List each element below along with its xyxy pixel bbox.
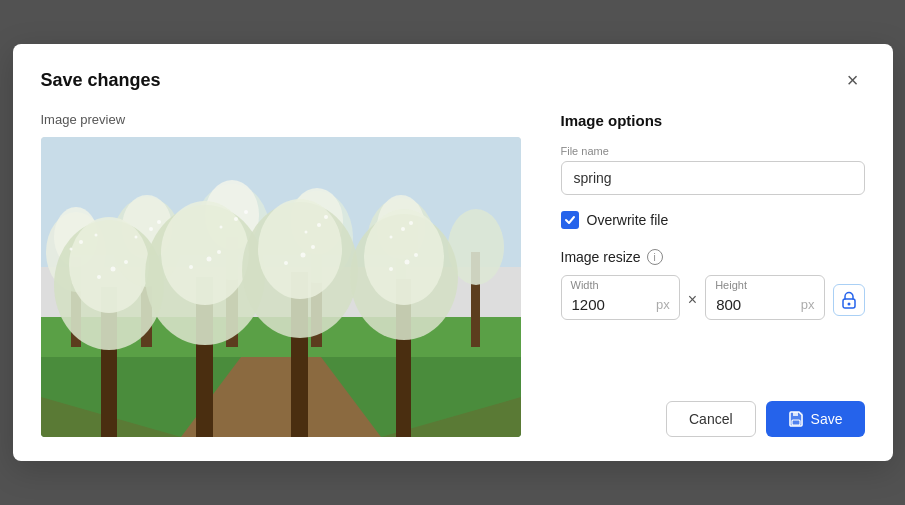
svg-point-44 (317, 223, 321, 227)
save-button[interactable]: Save (766, 401, 865, 437)
svg-point-48 (389, 236, 392, 239)
svg-point-59 (404, 260, 409, 265)
file-name-group: File name (561, 145, 865, 195)
svg-point-61 (414, 253, 418, 257)
svg-point-43 (244, 210, 248, 214)
svg-point-34 (364, 209, 444, 305)
svg-point-47 (401, 227, 405, 231)
width-label: Width (571, 279, 599, 291)
image-preview-label: Image preview (41, 112, 521, 127)
cancel-button[interactable]: Cancel (666, 401, 756, 437)
svg-point-52 (124, 260, 128, 264)
file-name-label: File name (561, 145, 865, 157)
svg-point-25 (69, 217, 149, 313)
svg-point-31 (258, 199, 342, 299)
svg-point-28 (161, 201, 249, 305)
image-resize-section: Image resize i Width px × (561, 249, 865, 320)
svg-point-45 (304, 231, 307, 234)
info-icon[interactable]: i (647, 249, 663, 265)
resize-label-text: Image resize (561, 249, 641, 265)
svg-point-50 (110, 267, 115, 272)
height-label: Height (715, 279, 747, 291)
svg-point-58 (311, 245, 315, 249)
close-button[interactable]: × (841, 68, 865, 92)
dialog-header: Save changes × (41, 68, 865, 92)
file-name-input[interactable] (561, 161, 865, 195)
lock-icon (841, 291, 857, 309)
height-field: Height px (705, 275, 824, 320)
svg-point-49 (409, 221, 413, 225)
overwrite-checkbox[interactable] (561, 211, 579, 229)
save-label: Save (811, 411, 843, 427)
multiply-sign: × (688, 291, 697, 309)
width-field: Width px (561, 275, 680, 320)
svg-point-53 (206, 257, 211, 262)
svg-point-35 (79, 240, 83, 244)
resize-section-label: Image resize i (561, 249, 865, 265)
svg-point-39 (134, 236, 137, 239)
svg-point-60 (389, 267, 393, 271)
svg-point-57 (284, 261, 288, 265)
svg-point-38 (149, 227, 153, 231)
svg-rect-65 (793, 412, 798, 416)
dialog-title: Save changes (41, 70, 161, 91)
left-panel: Image preview (41, 112, 521, 437)
dialog-overlay: Save changes × Image preview (0, 0, 905, 505)
resize-row: Width px × Height px (561, 275, 865, 320)
svg-point-42 (219, 226, 222, 229)
svg-point-37 (69, 248, 72, 251)
svg-point-51 (97, 275, 101, 279)
svg-point-54 (189, 265, 193, 269)
svg-point-36 (94, 234, 97, 237)
preview-image (41, 137, 521, 437)
save-icon (788, 411, 804, 427)
dialog-body: Image preview (41, 112, 865, 437)
options-title: Image options (561, 112, 865, 129)
image-preview (41, 137, 521, 437)
overwrite-row: Overwrite file (561, 211, 865, 229)
checkmark-icon (564, 214, 576, 226)
right-panel: Image options File name Overwrite file (561, 112, 865, 437)
svg-point-40 (157, 220, 161, 224)
svg-point-41 (234, 217, 238, 221)
overwrite-label[interactable]: Overwrite file (587, 212, 669, 228)
svg-point-55 (217, 250, 221, 254)
svg-point-63 (847, 302, 850, 305)
save-changes-dialog: Save changes × Image preview (13, 44, 893, 461)
svg-point-56 (300, 253, 305, 258)
width-unit: px (656, 297, 670, 312)
height-unit: px (801, 297, 815, 312)
lock-aspect-ratio-button[interactable] (833, 284, 865, 316)
svg-point-46 (324, 215, 328, 219)
dialog-footer: Cancel Save (561, 373, 865, 437)
